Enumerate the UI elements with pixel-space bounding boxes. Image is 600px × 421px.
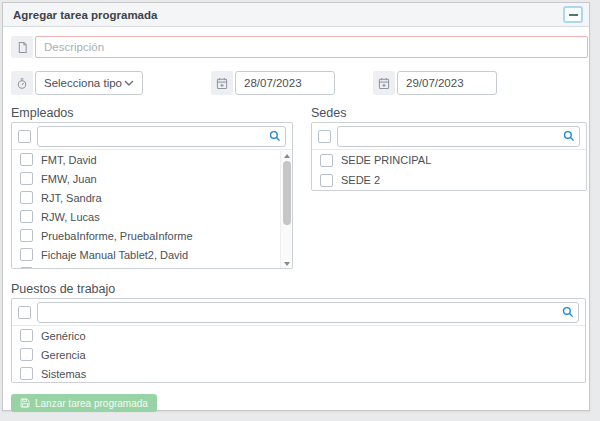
list-item[interactable]: Fichaje Manual Tablet2, David (12, 245, 280, 264)
item-label: FMT, David (41, 154, 97, 166)
add-scheduled-task-panel: Agregar tarea programada Selecciona tipo (2, 2, 590, 411)
scroll-up-icon[interactable] (281, 151, 293, 160)
sedes-search-row (312, 123, 586, 150)
type-select-value: Selecciona tipo (44, 77, 122, 89)
puestos-select-all-checkbox[interactable] (18, 306, 31, 319)
item-checkbox[interactable] (20, 191, 33, 204)
sedes-select-all-checkbox[interactable] (318, 130, 331, 143)
item-checkbox[interactable] (20, 367, 33, 380)
empleados-multiselect: FMT, David FMW, Juan RJT, Sandra RJW, Lu… (11, 122, 293, 269)
calendar-icon (211, 71, 233, 95)
search-icon (563, 130, 575, 142)
calendar-icon (373, 71, 395, 95)
puestos-search-input[interactable] (37, 302, 579, 323)
item-label: FMW, Juan (41, 173, 97, 185)
type-select[interactable]: Selecciona tipo (35, 71, 143, 95)
sedes-multiselect: SEDE PRINCIPAL SEDE 2 (311, 122, 587, 191)
list-item[interactable]: Genérico (12, 326, 585, 345)
empleados-label: Empleados (11, 106, 74, 120)
item-label: Gerencia (41, 349, 86, 361)
empleados-search-row (12, 123, 292, 150)
date-to-row (373, 71, 497, 95)
item-checkbox[interactable] (320, 154, 333, 167)
list-item[interactable]: RJW, Lucas (12, 207, 280, 226)
item-label: RJT, Sandra (41, 192, 102, 204)
item-label: PruebaInforme, PruebaInforme (41, 230, 193, 242)
list-item[interactable]: SEDE 2 (312, 170, 586, 190)
puestos-label: Puestos de trabajo (11, 282, 115, 296)
minus-icon (569, 14, 578, 16)
empleados-select-all-checkbox[interactable] (18, 130, 31, 143)
item-label: Genérico (41, 330, 86, 342)
item-label: RJW, Lucas (41, 211, 100, 223)
scroll-down-icon[interactable] (281, 259, 293, 268)
puestos-multiselect: Genérico Gerencia Sistemas (11, 298, 586, 383)
empleados-search-input[interactable] (37, 126, 286, 147)
item-checkbox[interactable] (20, 172, 33, 185)
item-checkbox[interactable] (20, 348, 33, 361)
puestos-list: Genérico Gerencia Sistemas (12, 326, 585, 382)
item-label: SEDE PRINCIPAL (341, 154, 431, 166)
item-checkbox[interactable] (20, 329, 33, 342)
item-label: Fichaje Manual Tablet2, David (41, 249, 188, 261)
item-checkbox[interactable] (320, 174, 333, 187)
item-label: SEDE 2 (341, 174, 380, 186)
document-icon (11, 36, 33, 58)
date-from-row (211, 71, 335, 95)
description-input[interactable] (35, 36, 588, 58)
search-icon (562, 306, 574, 318)
puestos-search-row (12, 299, 585, 326)
empleados-list: FMT, David FMW, Juan RJT, Sandra RJW, Lu… (12, 150, 280, 268)
date-to-input[interactable] (397, 71, 497, 95)
list-item[interactable]: Gerencia (12, 345, 585, 364)
chevron-down-icon (124, 80, 134, 86)
list-item[interactable]: SEDE PRINCIPAL (312, 150, 586, 170)
sedes-label: Sedes (311, 106, 346, 120)
sedes-list: SEDE PRINCIPAL SEDE 2 (312, 150, 586, 190)
list-item[interactable]: FMW, Juan (12, 169, 280, 188)
list-item[interactable]: Sistemas (12, 364, 585, 382)
item-checkbox[interactable] (20, 229, 33, 242)
item-label: Sistemas (41, 368, 86, 380)
list-item[interactable]: RJT, Sandra (12, 188, 280, 207)
search-icon (269, 130, 281, 142)
scrollbar-thumb[interactable] (283, 161, 291, 225)
sedes-search-input[interactable] (337, 126, 580, 147)
item-checkbox[interactable] (20, 248, 33, 261)
list-item[interactable]: PruebaInforme, PruebaInforme (12, 226, 280, 245)
description-row (11, 36, 588, 58)
date-from-input[interactable] (235, 71, 335, 95)
launch-task-button[interactable]: Lanzar tarea programada (11, 394, 157, 412)
stopwatch-icon (11, 71, 33, 95)
item-checkbox[interactable] (20, 210, 33, 223)
save-icon (20, 398, 30, 408)
launch-task-label: Lanzar tarea programada (35, 398, 148, 409)
list-item[interactable]: FMT, David (12, 150, 280, 169)
collapse-panel-button[interactable] (563, 6, 583, 23)
scrollbar[interactable] (280, 151, 292, 268)
panel-title: Agregar tarea programada (13, 9, 157, 21)
item-checkbox[interactable] (20, 267, 33, 268)
type-row: Selecciona tipo (11, 71, 143, 95)
item-checkbox[interactable] (20, 153, 33, 166)
list-item-partial[interactable] (12, 264, 280, 268)
panel-header: Agregar tarea programada (3, 3, 589, 27)
